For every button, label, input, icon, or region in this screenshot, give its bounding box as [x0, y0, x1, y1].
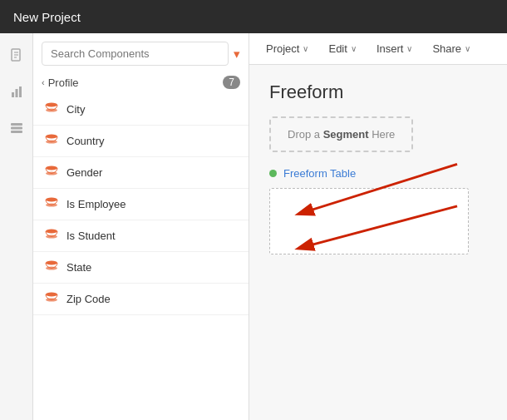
icon-bar-item-list[interactable] [5, 116, 28, 140]
app-title: New Project [13, 10, 81, 24]
nav-insert-label: Insert [377, 42, 404, 55]
drop-segment-bold: Segment [323, 128, 369, 141]
nav-project-label: Project [266, 42, 299, 55]
nav-project[interactable]: Project ∨ [258, 37, 317, 60]
profile-header: ‹ Profile 7 [33, 71, 249, 94]
list-item[interactable]: Is Employee [33, 189, 249, 220]
svg-rect-4 [12, 92, 14, 97]
svg-point-13 [46, 141, 57, 144]
svg-point-23 [46, 299, 57, 302]
freeform-title: Freeform [269, 82, 487, 103]
svg-point-18 [46, 230, 57, 234]
svg-point-15 [46, 172, 57, 175]
component-label: Is Employee [66, 198, 126, 210]
content-area: Freeform Drop a Segment Here Freeform Ta… [249, 65, 507, 420]
list-item[interactable]: Country [33, 126, 249, 157]
svg-point-17 [46, 204, 57, 207]
chevron-down-icon: ∨ [406, 44, 412, 53]
icon-bar [0, 33, 33, 420]
component-icon [45, 292, 58, 306]
icon-bar-item-page[interactable] [5, 43, 28, 67]
list-item[interactable]: City [33, 94, 249, 126]
nav-share[interactable]: Share ∨ [424, 37, 479, 60]
search-input[interactable] [42, 42, 229, 66]
component-icon [45, 134, 58, 148]
svg-rect-9 [11, 131, 22, 133]
status-dot-icon [269, 170, 277, 177]
title-bar: New Project [0, 0, 507, 33]
profile-count-badge: 7 [223, 76, 240, 89]
search-area: ▾ [33, 33, 249, 71]
list-item[interactable]: Zip Code [33, 284, 249, 315]
svg-point-16 [46, 198, 57, 202]
component-label: State [66, 261, 91, 274]
svg-point-11 [46, 109, 57, 112]
filter-icon[interactable]: ▾ [234, 47, 240, 62]
svg-rect-8 [11, 127, 22, 130]
component-icon [45, 197, 58, 211]
main-content: Project ∨ Edit ∨ Insert ∨ Share ∨ Freefo… [249, 33, 507, 420]
drop-text-after: Here [369, 128, 396, 141]
component-label: Country [66, 135, 105, 147]
app-layout: ▾ ‹ Profile 7 City [0, 33, 507, 420]
nav-edit-label: Edit [328, 42, 347, 55]
nav-edit[interactable]: Edit ∨ [320, 37, 364, 60]
nav-share-label: Share [432, 42, 461, 55]
component-label: Is Student [66, 230, 116, 242]
component-list: City Country [33, 94, 249, 420]
svg-point-22 [46, 293, 57, 297]
list-item[interactable]: State [33, 252, 249, 284]
svg-rect-6 [19, 86, 22, 97]
profile-label: Profile [48, 77, 79, 89]
svg-rect-7 [11, 123, 22, 126]
freeform-table-label: Freeform Table [283, 167, 356, 180]
svg-point-20 [46, 261, 57, 265]
freeform-table-row: Freeform Table [269, 167, 487, 180]
chevron-left-icon: ‹ [42, 77, 45, 87]
chevron-down-icon: ∨ [351, 44, 357, 53]
profile-expand[interactable]: ‹ Profile [42, 77, 79, 89]
svg-point-12 [46, 135, 57, 139]
freeform-table-box [269, 188, 469, 254]
nav-insert[interactable]: Insert ∨ [368, 37, 421, 60]
drop-text-before: Drop a [288, 128, 323, 141]
svg-point-10 [46, 103, 57, 107]
component-icon [45, 102, 58, 116]
component-label: City [66, 103, 85, 116]
top-nav: Project ∨ Edit ∨ Insert ∨ Share ∨ [249, 33, 507, 65]
svg-point-14 [46, 166, 57, 170]
drop-segment-zone[interactable]: Drop a Segment Here [269, 116, 413, 152]
sidebar: ▾ ‹ Profile 7 City [33, 33, 249, 420]
svg-rect-5 [15, 89, 17, 97]
component-icon [45, 260, 58, 274]
list-item[interactable]: Gender [33, 157, 249, 189]
component-icon [45, 229, 58, 243]
svg-point-21 [46, 267, 57, 270]
icon-bar-item-chart[interactable] [5, 80, 28, 103]
component-label: Gender [66, 166, 102, 179]
svg-point-19 [46, 235, 57, 239]
component-icon [45, 166, 58, 180]
list-item[interactable]: Is Student [33, 220, 249, 252]
chevron-down-icon: ∨ [303, 44, 308, 53]
chevron-down-icon: ∨ [465, 44, 470, 53]
component-label: Zip Code [66, 293, 111, 305]
